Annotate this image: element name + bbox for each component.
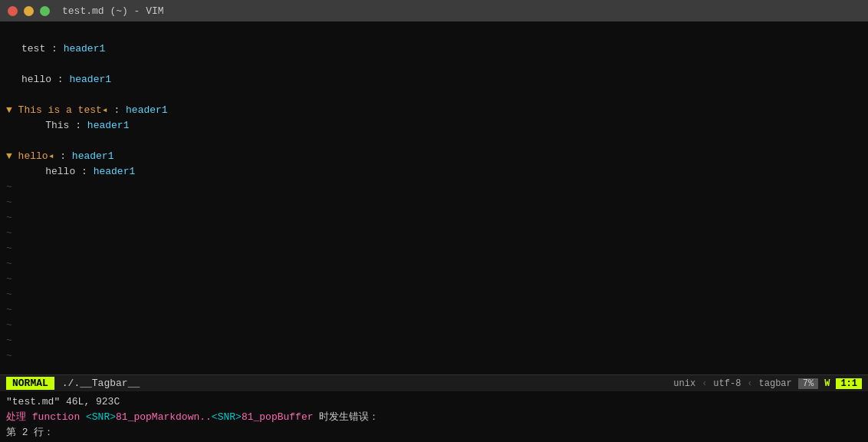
statusbar-right: unix ‹ utf-8 ‹ tagbar 7% W 1:1 [673, 378, 862, 389]
editor-line-folded: ▼ hello◂ : header1 [0, 149, 868, 164]
editor-line [0, 87, 868, 103]
tilde-line: ~ [0, 180, 868, 195]
tilde-line: ~ [0, 287, 868, 302]
editor-line [0, 57, 868, 72]
fold-arrow: ▼ [6, 103, 18, 118]
line-gutter [6, 26, 18, 41]
line-gutter [6, 41, 18, 57]
fold-arrow: ▼ [6, 149, 18, 164]
tilde-line: ~ [0, 241, 868, 256]
statusbar-w-flag: W [824, 378, 830, 389]
statusbar-percent: 7% [798, 378, 818, 389]
editor-line [0, 26, 868, 41]
minimize-button[interactable] [24, 6, 34, 16]
editor-line: test : header1 [0, 41, 868, 57]
message-line-2: 处理 function <SNR>81_popMarkdown..<SNR>81… [6, 410, 862, 425]
statusbar-position: 1:1 [836, 378, 862, 389]
vim-mode: NORMAL [6, 377, 54, 390]
statusbar-filepath: ./.__Tagbar__ [54, 378, 140, 389]
maximize-button[interactable] [40, 6, 50, 16]
editor-line-folded: ▼ This is a test◂ : header1 [0, 103, 868, 118]
statusbar-unix: unix [673, 378, 695, 389]
window-title: test.md (~) - VIM [62, 5, 164, 17]
statusbar-filetype: tagbar [759, 378, 792, 389]
tilde-line: ~ [0, 318, 868, 333]
tilde-line: ~ [0, 272, 868, 287]
editor-line [0, 134, 868, 149]
close-button[interactable] [8, 6, 18, 16]
tilde-line: ~ [0, 348, 868, 364]
editor-area[interactable]: test : header1 hello : header1 ▼ This is… [0, 21, 868, 374]
tilde-line: ~ [0, 226, 868, 241]
message-area: "test.md" 46L, 923C 处理 function <SNR>81_… [0, 391, 868, 442]
tilde-line: ~ [0, 256, 868, 272]
tilde-line: ~ [0, 333, 868, 348]
editor-line: hello : header1 [0, 72, 868, 87]
editor-line: hello : header1 [0, 164, 868, 180]
statusbar-encoding: utf-8 [713, 378, 741, 389]
tilde-line: ~ [0, 195, 868, 210]
titlebar: test.md (~) - VIM [0, 0, 868, 21]
message-line-3: 第 2 行： [6, 425, 862, 440]
statusbar: NORMAL ./.__Tagbar__ unix ‹ utf-8 ‹ tagb… [0, 374, 868, 391]
tilde-line: ~ [0, 302, 868, 318]
tilde-line: ~ [0, 210, 868, 226]
editor-line: This : header1 [0, 118, 868, 134]
message-line-1: "test.md" 46L, 923C [6, 394, 862, 410]
